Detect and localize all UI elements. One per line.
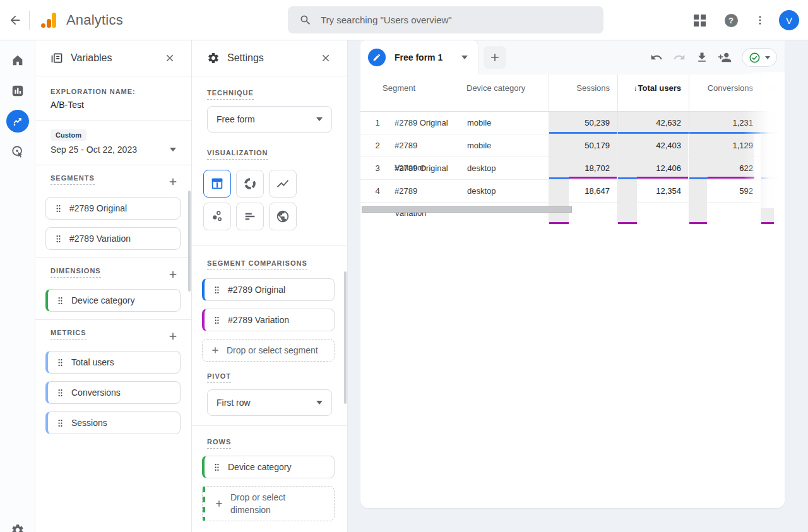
search-bar[interactable] [288, 6, 603, 33]
column-header-segment[interactable]: Segment [360, 74, 451, 111]
drop-dimension-target[interactable]: Drop or select dimension [202, 486, 335, 521]
nav-explore-active[interactable] [0, 106, 35, 136]
drop-segment-text: Drop or select segment [227, 345, 318, 355]
donut-chart-icon [243, 177, 257, 191]
add-segment-button[interactable] [165, 174, 181, 189]
date-custom-badge: Custom [50, 129, 86, 141]
drag-handle-icon[interactable] [56, 418, 65, 428]
metric-chip-total-users[interactable]: Total users [45, 351, 181, 374]
technique-select[interactable]: Free form [207, 106, 332, 133]
cell-clipped [761, 157, 785, 179]
search-icon [299, 14, 312, 27]
plus-icon [167, 331, 179, 342]
plus-icon [489, 51, 501, 64]
back-button[interactable] [3, 8, 28, 33]
sort-descending-icon: ↓ [634, 84, 638, 93]
viz-table-button[interactable] [203, 170, 231, 198]
column-header-conversions[interactable]: Conversions [689, 74, 761, 111]
table-row: 1 #2789 Original mobile 50,239 42,632 1,… [360, 112, 785, 134]
nav-admin[interactable] [0, 515, 35, 532]
exploration-name-value[interactable]: A/B-Test [35, 95, 191, 120]
add-dimension-button[interactable] [165, 267, 181, 282]
pivot-select[interactable]: First row [207, 389, 332, 416]
drag-handle-icon[interactable] [54, 234, 63, 244]
pencil-icon [368, 49, 386, 66]
top-bar: Analytics ? V [0, 0, 808, 40]
cell-segment: #2789 Variation [395, 180, 451, 224]
settings-close-button[interactable] [314, 47, 337, 69]
drag-handle-icon[interactable] [56, 358, 65, 367]
variables-title: Variables [71, 52, 158, 64]
metric-chip-sessions[interactable]: Sessions [45, 411, 181, 434]
column-header-total-users-sorted[interactable]: ↓Total users [617, 74, 689, 111]
drag-handle-icon[interactable] [56, 388, 65, 398]
download-button[interactable] [692, 46, 711, 69]
add-tab-button[interactable] [484, 46, 506, 69]
dashed-green-border [203, 487, 205, 521]
undo-button[interactable] [647, 46, 666, 69]
column-header-sessions[interactable]: Sessions [549, 74, 617, 111]
table-row: 4 #2789 Variation desktop 18,647 12,354 … [360, 180, 785, 203]
variables-close-button[interactable] [158, 47, 181, 69]
comparison-chip-original[interactable]: #2789 Original [202, 278, 335, 301]
segments-label: SEGMENTS [50, 174, 95, 185]
value-bar [618, 157, 637, 179]
column-header-device-category[interactable]: Device category [451, 74, 549, 111]
canvas-toolbar [647, 46, 777, 69]
segment-chip-variation[interactable]: #2789 Variation [45, 227, 181, 250]
table-horizontal-scrollbar[interactable] [362, 206, 572, 213]
drag-handle-icon[interactable] [212, 285, 222, 295]
redo-icon [673, 51, 686, 64]
rows-chip-device-category[interactable]: Device category [202, 456, 335, 478]
dimensions-label: DIMENSIONS [50, 267, 101, 278]
dimension-chip-label: Device category [71, 295, 134, 305]
add-metric-button[interactable] [165, 329, 181, 344]
drag-handle-icon[interactable] [212, 316, 222, 325]
drag-handle-icon[interactable] [56, 296, 65, 305]
tab-free-form-1[interactable]: Free form 1 [360, 40, 478, 74]
panel-scrollbar[interactable] [344, 271, 347, 404]
drop-dimension-text: Drop or select dimension [230, 491, 312, 517]
avatar[interactable]: V [779, 10, 799, 30]
metric-chip-conversions[interactable]: Conversions [45, 381, 181, 404]
more-options-button[interactable] [750, 8, 770, 33]
viz-bar-button[interactable] [236, 203, 264, 230]
viz-scatter-button[interactable] [203, 203, 231, 230]
panel-scrollbar[interactable] [188, 191, 191, 292]
cell-sessions: 50,239 [549, 112, 617, 134]
nav-home[interactable] [0, 45, 35, 76]
settings-gear-icon [207, 52, 220, 64]
share-button[interactable] [715, 46, 734, 69]
chevron-down-icon [765, 56, 770, 59]
technique-value: Free form [217, 114, 255, 124]
help-button[interactable]: ? [718, 8, 744, 33]
reports-icon [11, 84, 25, 98]
chevron-down-icon[interactable] [461, 56, 468, 59]
redo-button-disabled[interactable] [670, 46, 689, 69]
chevron-down-icon [170, 148, 176, 151]
check-circle-icon [749, 52, 761, 64]
drag-handle-icon[interactable] [54, 204, 63, 213]
segment-chip-original[interactable]: #2789 Original [45, 197, 181, 220]
plus-icon [167, 176, 179, 187]
date-range-selector[interactable]: Sep 25 - Oct 22, 2023 [35, 141, 191, 165]
dimension-chip-device-category[interactable]: Device category [45, 289, 181, 312]
nav-advertising[interactable] [0, 136, 35, 167]
cell-conversions: 622 [689, 157, 761, 179]
status-pill[interactable] [742, 48, 777, 67]
drop-segment-target[interactable]: Drop or select segment [202, 339, 335, 362]
comparison-chip-variation[interactable]: #2789 Variation [202, 309, 335, 331]
help-icon: ? [725, 14, 738, 27]
cell-device: desktop [451, 157, 549, 179]
metrics-label: METRICS [50, 329, 86, 340]
nav-reports[interactable] [0, 76, 35, 106]
viz-line-button[interactable] [269, 170, 297, 198]
person-add-icon [718, 50, 732, 64]
rows-label: ROWS [207, 438, 231, 449]
viz-geo-button[interactable] [269, 203, 297, 230]
drag-handle-icon[interactable] [212, 463, 222, 472]
search-input[interactable] [321, 15, 573, 25]
viz-donut-button[interactable] [236, 170, 264, 198]
column-header-clipped[interactable]: Iten [761, 74, 785, 111]
diagnostics-grid-button[interactable] [687, 8, 712, 33]
